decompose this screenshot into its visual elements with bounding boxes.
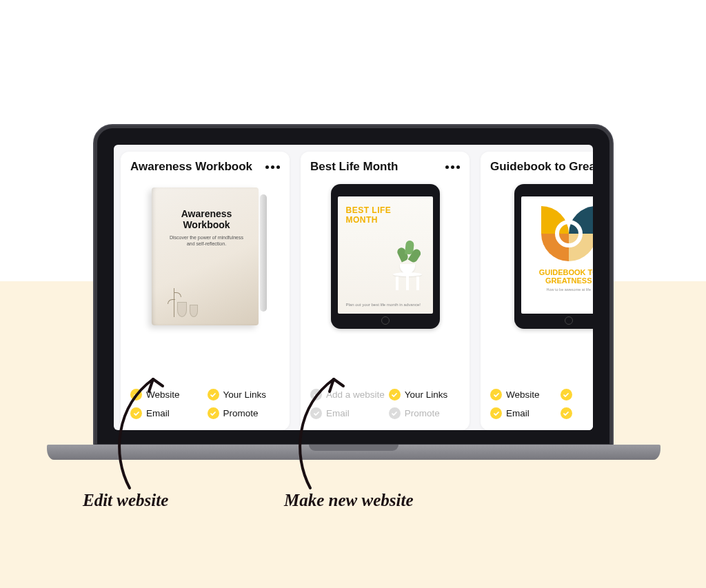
check-icon [389, 389, 401, 401]
check-icon [208, 407, 219, 419]
check-icon [561, 407, 572, 419]
action-label: Promote [223, 408, 259, 418]
book-cover: Awareness Workbook Discover the power of… [152, 187, 259, 325]
action-label: Your Links [405, 389, 448, 400]
card-cover[interactable]: BEST LIFE MONTH Plan out your best life … [310, 181, 460, 332]
home-button-icon [381, 316, 390, 325]
more-icon[interactable] [265, 165, 280, 169]
book-cover-subtitle: Discover the power of mindfulness and se… [167, 234, 246, 247]
plant-graphic [392, 242, 423, 290]
card-title: Awareness Workbook [130, 160, 252, 174]
card-cover[interactable]: Awareness Workbook Discover the power of… [130, 181, 280, 332]
action-label: Your Links [223, 389, 267, 400]
action-your-links[interactable]: Your Links [208, 389, 281, 401]
check-icon [561, 389, 572, 401]
check-icon [490, 389, 502, 401]
arrow-make-new-website [283, 372, 365, 503]
tablet-mock: GUIDEBOOK TO GREATNESS How to be awesome… [514, 184, 593, 329]
product-card-guidebook: Guidebook to Greatness GUIDEBOOK TO GREA… [481, 152, 593, 430]
tablet-title: BEST LIFE MONTH [346, 206, 425, 225]
card-title: Guidebook to Greatness [490, 160, 593, 174]
action-website[interactable]: Website [490, 389, 556, 401]
action-promote[interactable] [561, 407, 593, 419]
card-cover[interactable]: GUIDEBOOK TO GREATNESS How to be awesome… [490, 181, 593, 332]
vase-graphic [167, 288, 243, 317]
action-label: Website [506, 389, 540, 400]
tablet-title: GUIDEBOOK TO GREATNESS [521, 268, 593, 285]
action-label: Email [506, 408, 530, 418]
check-icon [208, 389, 219, 401]
pen-graphic [260, 194, 267, 312]
tablet-footer: Plan out your best life month in advance… [346, 303, 421, 307]
home-button-icon [565, 316, 573, 325]
geometric-art [541, 206, 593, 261]
caption-make-new-website: Make new website [284, 491, 414, 510]
tablet-subtitle: How to be awesome at life [521, 287, 593, 292]
action-your-links[interactable] [561, 389, 593, 401]
action-email[interactable]: Email [490, 407, 556, 419]
check-icon [490, 407, 502, 419]
arrow-edit-website [103, 372, 186, 503]
action-your-links[interactable]: Your Links [389, 389, 460, 401]
book-cover-title: Awareness Workbook [167, 208, 246, 230]
action-promote[interactable]: Promote [208, 407, 281, 419]
action-label: Promote [405, 408, 440, 418]
more-icon[interactable] [445, 165, 460, 169]
check-icon [389, 407, 401, 419]
caption-edit-website: Edit website [83, 491, 168, 510]
card-title: Best Life Month [310, 160, 399, 174]
card-actions: Website Email [490, 389, 593, 419]
tablet-mock: BEST LIFE MONTH Plan out your best life … [331, 184, 440, 329]
action-promote[interactable]: Promote [389, 407, 460, 419]
